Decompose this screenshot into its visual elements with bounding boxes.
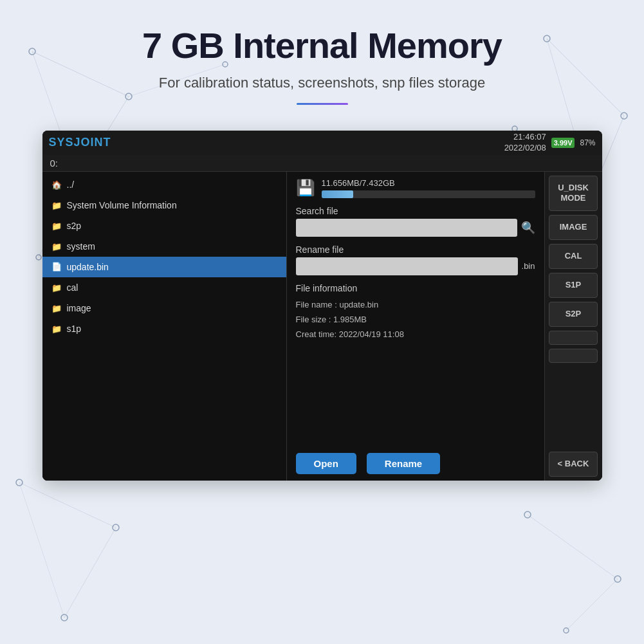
back-button[interactable]: < BACK	[549, 452, 598, 477]
path-bar: 0:	[42, 155, 602, 172]
storage-progress-fill	[322, 190, 354, 198]
device-main: ../ System Volume Information s2p system…	[42, 172, 602, 481]
device-top-bar: SYSJOINT 21:46:07 2022/02/08 3.99V 87%	[42, 131, 602, 155]
s2p-button[interactable]: S2P	[549, 302, 598, 327]
file-icon: 📄	[51, 262, 62, 271]
selected-file-item[interactable]: 📄 File name : update.bin update.bin	[42, 257, 286, 277]
battery-percent: 87%	[580, 138, 595, 147]
action-buttons: Open Rename	[296, 453, 535, 474]
info-panel: 💾 11.656MB/7.432GB Search file 🔍	[287, 172, 544, 481]
rename-input[interactable]	[296, 257, 518, 275]
folder-icon	[51, 303, 62, 313]
home-icon	[51, 179, 62, 190]
empty-button-2[interactable]	[549, 349, 598, 363]
rename-suffix: .bin	[522, 261, 535, 271]
cal-button[interactable]: CAL	[549, 244, 598, 269]
list-item[interactable]: cal	[42, 277, 286, 298]
file-time-info: Creat time: 2022/04/19 11:08	[296, 327, 535, 342]
udisk-mode-button[interactable]: U_DISK MODE	[549, 176, 598, 212]
folder-icon	[51, 324, 62, 334]
side-buttons-panel: U_DISK MODE IMAGE CAL S1P S2P < BACK	[544, 172, 602, 481]
file-info-label: File information	[296, 283, 535, 293]
list-item[interactable]: s1p	[42, 318, 286, 339]
folder-icon	[51, 282, 62, 293]
folder-icon	[51, 241, 62, 252]
file-info-section: File information File name : update.bin …	[296, 283, 535, 440]
list-item[interactable]: image	[42, 298, 286, 318]
image-button[interactable]: IMAGE	[549, 215, 598, 240]
device-screen: SYSJOINT 21:46:07 2022/02/08 3.99V 87% 0…	[42, 131, 602, 481]
search-label: Search file	[296, 206, 535, 216]
search-section: Search file 🔍	[296, 206, 535, 237]
search-row: 🔍	[296, 219, 535, 237]
empty-button-1[interactable]	[549, 331, 598, 345]
file-name-info: File name : update.bin	[296, 297, 535, 312]
rename-section: Rename file .bin	[296, 244, 535, 275]
list-item[interactable]: System Volume Information	[42, 195, 286, 216]
rename-button[interactable]: Rename	[367, 453, 440, 474]
page-title: 7 GB Internal Memory	[142, 26, 502, 66]
datetime: 21:46:07 2022/02/08	[504, 132, 546, 154]
storage-text: 11.656MB/7.432GB	[322, 178, 535, 188]
page-subtitle: For calibration status, screenshots, snp…	[142, 75, 502, 91]
folder-icon	[51, 221, 62, 231]
file-list-panel: ../ System Volume Information s2p system…	[42, 172, 287, 481]
divider	[297, 103, 348, 105]
storage-bar-container: 💾 11.656MB/7.432GB	[296, 178, 535, 198]
top-right-info: 21:46:07 2022/02/08 3.99V 87%	[504, 132, 596, 154]
drive-icon: 💾	[296, 179, 315, 197]
file-size-info: File size : 1.985MB	[296, 312, 535, 327]
storage-progress-bar	[322, 190, 535, 198]
open-button[interactable]: Open	[296, 453, 356, 474]
search-button[interactable]: 🔍	[521, 221, 535, 235]
rename-row: .bin	[296, 257, 535, 275]
current-path: 0:	[50, 158, 59, 169]
header-section: 7 GB Internal Memory For calibration sta…	[142, 0, 502, 111]
folder-icon	[51, 200, 62, 210]
rename-label: Rename file	[296, 244, 535, 255]
brand-logo: SYSJOINT	[49, 136, 111, 149]
list-item[interactable]: system	[42, 236, 286, 257]
battery-badge: 3.99V	[551, 138, 575, 148]
search-input[interactable]	[296, 219, 517, 237]
list-item[interactable]: s2p	[42, 216, 286, 236]
s1p-button[interactable]: S1P	[549, 273, 598, 298]
list-item[interactable]: ../	[42, 174, 286, 195]
storage-info: 11.656MB/7.432GB	[322, 178, 535, 198]
